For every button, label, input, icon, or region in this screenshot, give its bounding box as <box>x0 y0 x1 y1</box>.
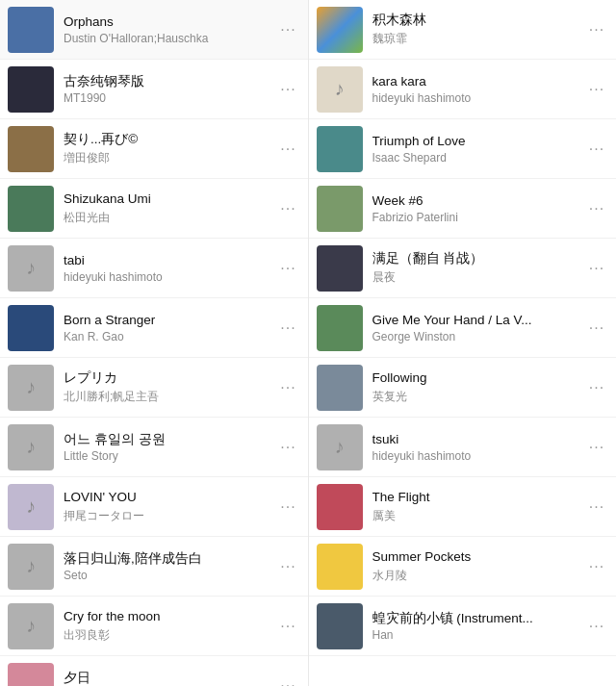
track-title: LOVIN' YOU <box>64 489 277 506</box>
track-artist: Han <box>372 628 586 642</box>
more-options-button[interactable]: ··· <box>585 317 608 340</box>
music-note-icon: ♪ <box>26 495 36 518</box>
track-info: レプリカ北川勝利;帆足主吾 <box>64 369 277 405</box>
track-info: tsukihideyuki hashimoto <box>372 431 586 464</box>
track-art <box>8 126 54 172</box>
track-art <box>317 186 363 232</box>
track-item[interactable]: Week #6Fabrizio Paterlini··· <box>309 179 617 239</box>
more-options-button[interactable]: ··· <box>585 18 608 41</box>
more-options-button[interactable]: ··· <box>585 615 608 638</box>
track-art: ♪ <box>8 484 54 530</box>
track-item[interactable]: ♪kara karahideyuki hashimoto··· <box>309 60 617 119</box>
track-artist: Isaac Shepard <box>372 151 586 165</box>
track-item[interactable]: The Flight厲美··· <box>309 477 617 537</box>
track-item[interactable]: Born a StrangerKan R. Gao··· <box>0 298 308 358</box>
track-artist: hideyuki hashimoto <box>64 270 277 284</box>
track-title: Week #6 <box>372 192 586 210</box>
left-column: OrphansDustin O'Halloran;Hauschka···古奈纯钢… <box>0 0 308 686</box>
more-options-button[interactable]: ··· <box>277 376 300 399</box>
track-artist: Kan R. Gao <box>64 330 277 343</box>
more-options-button[interactable]: ··· <box>585 257 608 280</box>
track-item[interactable]: Triumph of LoveIsaac Shepard··· <box>309 119 617 179</box>
track-item[interactable]: ♪落日归山海,陪伴成告白Seto··· <box>0 537 308 597</box>
music-note-icon: ♪ <box>26 257 36 279</box>
more-options-button[interactable]: ··· <box>277 197 300 220</box>
track-item[interactable]: 契り...再び©増田俊郎··· <box>0 119 308 179</box>
track-title: 蝗灾前的小镇 (Instrument... <box>372 610 586 627</box>
track-title: 积木森林 <box>372 12 586 29</box>
music-note-icon: ♪ <box>26 436 36 458</box>
more-options-button[interactable]: ··· <box>585 197 608 220</box>
more-options-button[interactable]: ··· <box>277 18 300 41</box>
more-options-button[interactable]: ··· <box>277 78 300 101</box>
track-item[interactable]: 蝗灾前的小镇 (Instrument...Han··· <box>309 597 617 656</box>
more-options-button[interactable]: ··· <box>277 317 300 340</box>
track-artist: 厲美 <box>372 508 586 524</box>
track-item[interactable]: Shizukana Umi松田光由··· <box>0 179 308 239</box>
track-item[interactable]: Give Me Your Hand / La V...George Winsto… <box>309 298 617 358</box>
track-item[interactable]: 古奈纯钢琴版MT1990··· <box>0 60 308 119</box>
track-info: 어느 휴일의 공원Little Story <box>64 431 277 464</box>
more-options-button[interactable]: ··· <box>277 615 300 638</box>
more-options-button[interactable]: ··· <box>585 376 608 399</box>
track-title: 契り...再び© <box>64 131 277 148</box>
track-art <box>317 484 363 530</box>
track-artist: Little Story <box>64 449 277 463</box>
track-item[interactable]: ♪tsukihideyuki hashimoto··· <box>309 418 617 477</box>
track-item[interactable]: Summer Pockets水月陵··· <box>309 537 617 597</box>
more-options-button[interactable]: ··· <box>277 138 300 161</box>
track-title: 古奈纯钢琴版 <box>64 73 277 90</box>
track-art: ♪ <box>8 424 54 470</box>
track-item[interactable]: OrphansDustin O'Halloran;Hauschka··· <box>0 0 308 60</box>
track-artist: George Winston <box>372 330 586 343</box>
more-options-button[interactable]: ··· <box>277 495 300 519</box>
track-info: kara karahideyuki hashimoto <box>372 73 586 106</box>
track-item[interactable]: ♪LOVIN' YOU押尾コータロー··· <box>0 477 308 537</box>
track-item[interactable]: 积木森林魏琼霏··· <box>309 0 617 60</box>
track-item[interactable]: 夕日Bassy··· <box>0 656 308 686</box>
track-info: Summer Pockets水月陵 <box>372 548 586 584</box>
track-info: Shizukana Umi松田光由 <box>64 191 277 226</box>
track-title: レプリカ <box>64 369 277 387</box>
track-item[interactable]: ♪レプリカ北川勝利;帆足主吾··· <box>0 358 308 418</box>
track-item[interactable]: ♪어느 휴일의 공원Little Story··· <box>0 418 308 477</box>
track-info: Following英复光 <box>372 369 586 405</box>
more-options-button[interactable]: ··· <box>585 495 608 519</box>
track-title: 落日归山海,陪伴成告白 <box>64 550 277 568</box>
track-title: Triumph of Love <box>372 133 586 150</box>
music-note-icon: ♪ <box>335 78 345 100</box>
track-info: LOVIN' YOU押尾コータロー <box>64 489 277 524</box>
track-art <box>8 186 54 232</box>
more-options-button[interactable]: ··· <box>277 674 300 687</box>
more-options-button[interactable]: ··· <box>585 436 608 459</box>
track-info: 蝗灾前的小镇 (Instrument...Han <box>372 610 586 643</box>
track-title: Cry for the moon <box>64 608 277 625</box>
track-title: Orphans <box>64 13 277 31</box>
track-title: Shizukana Umi <box>64 191 277 208</box>
track-artist: hideyuki hashimoto <box>372 91 586 105</box>
track-info: The Flight厲美 <box>372 489 586 524</box>
more-options-button[interactable]: ··· <box>585 78 608 101</box>
track-item[interactable]: Following英复光··· <box>309 358 617 418</box>
right-column: 积木森林魏琼霏···♪kara karahideyuki hashimoto··… <box>309 0 617 686</box>
track-info: Cry for the moon出羽良彰 <box>64 608 277 644</box>
more-options-button[interactable]: ··· <box>585 138 608 161</box>
track-title: 夕日 <box>64 670 277 686</box>
track-art: ♪ <box>8 603 54 649</box>
track-info: 夕日Bassy <box>64 670 277 686</box>
track-title: 满足（翻自 肖战） <box>372 250 586 267</box>
track-title: Following <box>372 369 586 387</box>
track-art <box>8 305 54 351</box>
more-options-button[interactable]: ··· <box>277 257 300 280</box>
track-art <box>317 126 363 172</box>
track-item[interactable]: 满足（翻自 肖战）晨夜··· <box>309 239 617 298</box>
music-note-icon: ♪ <box>26 555 36 577</box>
track-art <box>317 603 363 649</box>
more-options-button[interactable]: ··· <box>277 555 300 578</box>
track-item[interactable]: ♪Cry for the moon出羽良彰··· <box>0 597 308 656</box>
more-options-button[interactable]: ··· <box>585 555 608 578</box>
track-title: 어느 휴일의 공원 <box>64 431 277 448</box>
track-item[interactable]: ♪tabihideyuki hashimoto··· <box>0 239 308 298</box>
more-options-button[interactable]: ··· <box>277 436 300 459</box>
track-artist: 水月陵 <box>372 568 586 584</box>
